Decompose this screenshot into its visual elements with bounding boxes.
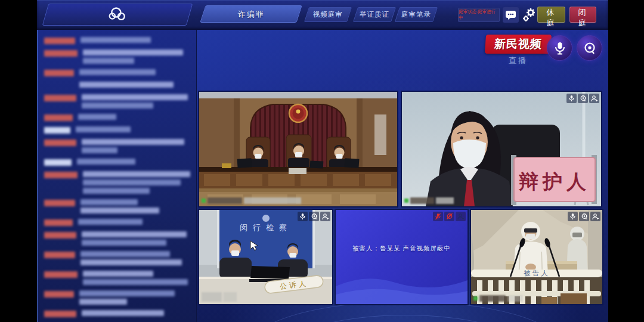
wave-decoration — [336, 262, 467, 304]
online-dot — [473, 296, 478, 301]
trial-status-badge: 庭审状态:庭审进行中 — [458, 8, 500, 22]
microphone-toggle-button[interactable] — [547, 35, 572, 61]
video-controls — [566, 94, 599, 103]
video-defender[interactable]: 辩护人 — [401, 91, 602, 208]
app-logo-panel — [42, 4, 193, 26]
webcam-icon — [583, 41, 597, 55]
courtroom-scene — [199, 92, 397, 206]
person-add-icon[interactable] — [589, 94, 599, 103]
transcript-row-redacted — [44, 49, 190, 64]
transcript-row-redacted — [44, 290, 190, 305]
close-court-button[interactable]: 闭庭 — [569, 7, 596, 23]
chat-button[interactable] — [503, 7, 519, 23]
person-add-icon[interactable] — [320, 212, 330, 221]
transcript-row-redacted — [44, 94, 190, 109]
mic-icon[interactable] — [566, 94, 577, 103]
defender-scene: 辩护人 — [402, 92, 601, 206]
participant-name-redacted — [473, 295, 523, 302]
online-dot — [404, 199, 408, 203]
cloud-logo-icon — [107, 6, 128, 24]
transcript-row-redacted — [44, 69, 190, 76]
camera-muted-icon[interactable] — [444, 212, 454, 221]
transcript-row-redacted — [44, 310, 190, 317]
broadcaster-logo: 新民视频 — [485, 35, 552, 54]
prosecutor-wall-label: 闵行检察 — [240, 223, 292, 232]
prosecutor-scene: 闵行检察 — [199, 210, 332, 304]
person-add-icon[interactable] — [456, 212, 466, 221]
defender-plate-label: 辩护人 — [518, 171, 590, 193]
defendant-scene: 被告人 — [471, 210, 602, 304]
transcript-row-redacted — [44, 271, 190, 285]
video-controls — [568, 212, 600, 221]
tab-transcript[interactable]: 庭审笔录 — [395, 7, 438, 22]
transcript-row-redacted — [44, 114, 190, 121]
transcript-row-redacted — [44, 37, 190, 44]
mic-icon[interactable] — [298, 212, 308, 221]
case-name-tab[interactable]: 诈骗罪 — [200, 5, 302, 23]
top-bar: 诈骗罪 视频庭审 举证质证 庭审笔录 庭审状态:庭审进行中 — [37, 0, 608, 30]
defendant-plate-label: 被告人 — [524, 270, 550, 277]
tab-video-trial[interactable]: 视频庭审 — [304, 7, 352, 22]
live-branding: 新民视频 直播 — [485, 35, 551, 66]
settings-button[interactable] — [521, 7, 537, 23]
participant-name-redacted — [202, 197, 301, 204]
participant-name-redacted — [202, 292, 237, 302]
mic-icon[interactable] — [568, 212, 578, 221]
microphone-icon — [553, 41, 566, 55]
transcript-row-redacted — [44, 159, 190, 166]
gear-icon — [521, 7, 537, 23]
online-dot — [202, 199, 206, 203]
transcript-row-redacted — [44, 126, 190, 134]
tab-evidence[interactable]: 举证质证 — [353, 7, 396, 22]
transcript-panel — [37, 30, 197, 322]
transcript-row-redacted — [44, 139, 190, 153]
person-add-icon[interactable] — [590, 212, 600, 221]
recess-button[interactable]: 休庭 — [537, 7, 565, 23]
transcript-row-redacted — [44, 251, 190, 265]
transcript-row-redacted — [44, 231, 190, 246]
webcam-toggle-button[interactable] — [577, 35, 602, 61]
video-prosecutor[interactable]: 闵行检察 — [198, 209, 333, 305]
camera-icon[interactable] — [578, 94, 588, 103]
case-name-label: 诈骗罪 — [238, 9, 265, 20]
video-grid-area: 新民视频 直播 — [197, 30, 608, 322]
transcript-row-redacted — [44, 82, 190, 89]
video-defendant[interactable]: 被告人 — [470, 209, 603, 305]
video-controls — [298, 212, 330, 221]
camera-icon[interactable] — [309, 212, 319, 221]
video-controls — [433, 212, 466, 221]
court-app-window: 诈骗罪 视频庭审 举证质证 庭审笔录 庭审状态:庭审进行中 — [37, 0, 608, 322]
video-victim-blocked[interactable]: 被害人：鲁某某 声音视频屏蔽中 — [335, 209, 469, 305]
victim-blocked-notice: 被害人：鲁某某 声音视频屏蔽中 — [336, 244, 467, 253]
video-courtroom[interactable] — [198, 91, 398, 208]
live-status-label: 直播 — [485, 55, 551, 66]
transcript-row-redacted — [44, 219, 190, 226]
participant-name-redacted — [404, 197, 454, 204]
mic-muted-icon[interactable] — [433, 212, 443, 221]
transcript-row-redacted — [44, 199, 190, 213]
chat-icon — [505, 10, 516, 20]
transcript-row-redacted — [44, 171, 190, 194]
camera-icon[interactable] — [579, 212, 589, 221]
virtual-court-screen: 诈骗罪 视频庭审 举证质证 庭审笔录 庭审状态:庭审进行中 — [0, 0, 644, 322]
